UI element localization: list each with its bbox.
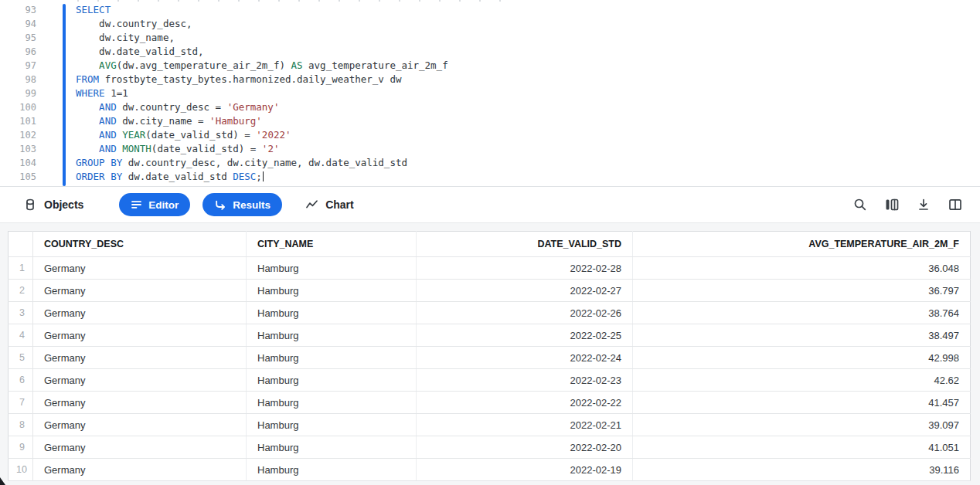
- columns-button[interactable]: [884, 197, 900, 212]
- code-text[interactable]: dw.country_desc,: [36, 17, 192, 31]
- code-text[interactable]: AND dw.country_desc = 'Germany': [36, 100, 279, 114]
- table-row[interactable]: 8GermanyHamburg2022-02-2139.097: [9, 414, 971, 436]
- cell-avg-temperature[interactable]: 36.048: [633, 257, 971, 280]
- table-row[interactable]: 6GermanyHamburg2022-02-2342.62: [9, 369, 971, 392]
- cell-country-desc[interactable]: Germany: [33, 414, 247, 436]
- cell-date-valid-std[interactable]: 2022-02-23: [417, 369, 633, 392]
- objects-button[interactable]: Objects: [23, 198, 83, 212]
- code-line[interactable]: 105ORDER BY dw.date_valid_std DESC;: [0, 170, 980, 184]
- row-number[interactable]: 1: [9, 257, 33, 280]
- code-line[interactable]: 96 dw.date_valid_std,: [0, 45, 980, 59]
- cell-avg-temperature[interactable]: 39.097: [633, 414, 971, 436]
- table-row[interactable]: 2GermanyHamburg2022-02-2736.797: [9, 280, 971, 302]
- code-line[interactable]: 104GROUP BY dw.country_desc, dw.city_nam…: [0, 156, 980, 170]
- code-line[interactable]: 98FROM frostbyte_tasty_bytes.harmonized.…: [0, 73, 980, 86]
- row-number[interactable]: 8: [9, 414, 33, 436]
- cell-city-name[interactable]: Hamburg: [247, 459, 417, 481]
- cell-country-desc[interactable]: Germany: [33, 347, 247, 369]
- column-header-avg-temperature[interactable]: AVG_TEMPERATURE_AIR_2M_F: [633, 232, 971, 257]
- cell-avg-temperature[interactable]: 39.116: [633, 459, 971, 481]
- code-text[interactable]: WHERE 1=1: [36, 86, 128, 100]
- cell-city-name[interactable]: Hamburg: [247, 324, 417, 347]
- code-text[interactable]: AND YEAR(date_valid_std) = '2022': [36, 128, 291, 142]
- cell-country-desc[interactable]: Germany: [33, 280, 247, 302]
- cell-country-desc[interactable]: Germany: [33, 302, 247, 324]
- editor-toggle-button[interactable]: Editor: [119, 193, 190, 216]
- cell-city-name[interactable]: Hamburg: [247, 347, 417, 369]
- cell-date-valid-std[interactable]: 2022-02-25: [417, 324, 633, 347]
- table-row[interactable]: 9GermanyHamburg2022-02-2041.051: [9, 436, 971, 459]
- code-line[interactable]: 102 AND YEAR(date_valid_std) = '2022': [0, 128, 980, 142]
- cell-country-desc[interactable]: Germany: [33, 257, 247, 280]
- table-row[interactable]: 7GermanyHamburg2022-02-2241.457: [9, 392, 971, 414]
- cell-avg-temperature[interactable]: 36.797: [633, 280, 971, 302]
- cell-city-name[interactable]: Hamburg: [247, 414, 417, 436]
- sql-editor-pane[interactable]: 93SELECT94 dw.country_desc,95 dw.city_na…: [0, 0, 980, 187]
- table-row[interactable]: 3GermanyHamburg2022-02-2638.764: [9, 302, 971, 324]
- cell-country-desc[interactable]: Germany: [33, 459, 247, 481]
- cell-city-name[interactable]: Hamburg: [247, 257, 417, 280]
- row-number[interactable]: 6: [9, 369, 33, 392]
- code-text[interactable]: GROUP BY dw.country_desc, dw.city_name, …: [36, 156, 407, 170]
- cell-avg-temperature[interactable]: 42.62: [633, 369, 971, 392]
- code-text[interactable]: AND dw.city_name = 'Hamburg': [36, 114, 262, 128]
- table-row[interactable]: 5GermanyHamburg2022-02-2442.998: [9, 347, 971, 369]
- cell-country-desc[interactable]: Germany: [33, 324, 247, 347]
- cell-avg-temperature[interactable]: 41.051: [633, 436, 971, 459]
- cell-city-name[interactable]: Hamburg: [247, 436, 417, 459]
- cell-date-valid-std[interactable]: 2022-02-27: [417, 280, 633, 302]
- code-text[interactable]: AND MONTH(date_valid_std) = '2': [36, 142, 279, 156]
- column-header-date-valid-std[interactable]: DATE_VALID_STD: [417, 232, 633, 257]
- row-number[interactable]: 10: [9, 459, 33, 481]
- cell-date-valid-std[interactable]: 2022-02-19: [417, 459, 633, 481]
- code-text[interactable]: AVG(dw.avg_temperature_air_2m_f) AS avg_…: [36, 59, 448, 73]
- cell-city-name[interactable]: Hamburg: [247, 302, 417, 324]
- column-header-country-desc[interactable]: COUNTRY_DESC: [33, 232, 247, 257]
- code-line[interactable]: 100 AND dw.country_desc = 'Germany': [0, 100, 980, 114]
- cell-avg-temperature[interactable]: 42.998: [633, 347, 971, 369]
- cell-date-valid-std[interactable]: 2022-02-21: [417, 414, 633, 436]
- cell-country-desc[interactable]: Germany: [33, 392, 247, 414]
- row-number[interactable]: 4: [9, 324, 33, 347]
- cell-city-name[interactable]: Hamburg: [247, 280, 417, 302]
- code-line[interactable]: 95 dw.city_name,: [0, 31, 980, 45]
- row-number[interactable]: 3: [9, 302, 33, 324]
- cell-country-desc[interactable]: Germany: [33, 369, 247, 392]
- code-line[interactable]: 93SELECT: [0, 3, 980, 17]
- cell-city-name[interactable]: Hamburg: [247, 369, 417, 392]
- cell-country-desc[interactable]: Germany: [33, 436, 247, 459]
- code-line[interactable]: 97 AVG(dw.avg_temperature_air_2m_f) AS a…: [0, 59, 980, 73]
- code-text[interactable]: FROM frostbyte_tasty_bytes.harmonized.da…: [36, 73, 401, 86]
- table-row[interactable]: 4GermanyHamburg2022-02-2538.497: [9, 324, 971, 347]
- code-line[interactable]: 101 AND dw.city_name = 'Hamburg': [0, 114, 980, 128]
- row-number[interactable]: 9: [9, 436, 33, 459]
- column-header-city-name[interactable]: CITY_NAME: [247, 232, 417, 257]
- split-view-button[interactable]: [948, 197, 963, 212]
- row-number[interactable]: 5: [9, 347, 33, 369]
- code-text[interactable]: dw.city_name,: [36, 31, 175, 45]
- cell-city-name[interactable]: Hamburg: [247, 392, 417, 414]
- toolbar-right-icons: [852, 197, 963, 212]
- cell-avg-temperature[interactable]: 38.764: [633, 302, 971, 324]
- code-line[interactable]: 103 AND MONTH(date_valid_std) = '2': [0, 142, 980, 156]
- code-line[interactable]: 99WHERE 1=1: [0, 86, 980, 100]
- code-text[interactable]: SELECT: [36, 3, 111, 17]
- table-row[interactable]: 1GermanyHamburg2022-02-2836.048: [9, 257, 971, 280]
- cell-date-valid-std[interactable]: 2022-02-24: [417, 347, 633, 369]
- chart-button[interactable]: Chart: [305, 198, 354, 211]
- search-button[interactable]: [852, 197, 868, 212]
- cell-date-valid-std[interactable]: 2022-02-20: [417, 436, 633, 459]
- code-text[interactable]: ORDER BY dw.date_valid_std DESC;: [36, 170, 264, 184]
- cell-date-valid-std[interactable]: 2022-02-28: [417, 257, 633, 280]
- row-number[interactable]: 7: [9, 392, 33, 414]
- cell-avg-temperature[interactable]: 41.457: [633, 392, 971, 414]
- results-toggle-button[interactable]: Results: [202, 193, 282, 216]
- code-text[interactable]: dw.date_valid_std,: [36, 45, 204, 59]
- cell-date-valid-std[interactable]: 2022-02-22: [417, 392, 633, 414]
- row-number[interactable]: 2: [9, 280, 33, 302]
- cell-avg-temperature[interactable]: 38.497: [633, 324, 971, 347]
- download-button[interactable]: [916, 197, 931, 212]
- cell-date-valid-std[interactable]: 2022-02-26: [417, 302, 633, 324]
- code-line[interactable]: 94 dw.country_desc,: [0, 17, 980, 31]
- table-row[interactable]: 10GermanyHamburg2022-02-1939.116: [9, 459, 971, 481]
